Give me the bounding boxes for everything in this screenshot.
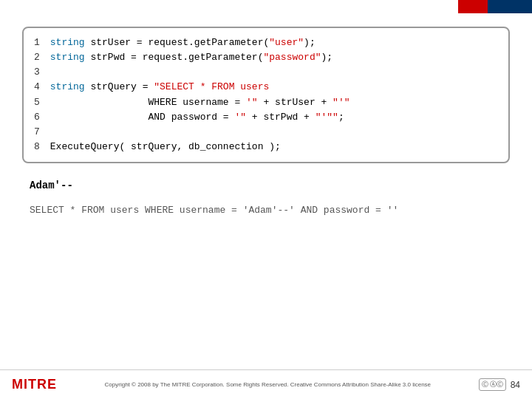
line-num-1: 1 <box>34 35 40 50</box>
str-select: "SELECT * FROM users <box>154 81 269 92</box>
str-semicolon: " <box>332 112 338 123</box>
line-num-8: 8 <box>34 140 40 154</box>
code-box: 1 2 3 4 5 6 7 8 string strUser = request… <box>22 27 510 163</box>
line-num-7: 7 <box>34 125 40 140</box>
page-number: 84 <box>511 380 520 390</box>
code-line-6: AND password = '" + strPwd + "'""; <box>50 112 344 123</box>
main-content: 1 2 3 4 5 6 7 8 string strUser = request… <box>0 13 532 369</box>
kw-string-3: string <box>50 81 85 92</box>
line-num-3: 3 <box>34 65 40 80</box>
line-num-2: 2 <box>34 50 40 65</box>
kw-string-1: string <box>50 37 85 48</box>
top-accent-bar <box>458 0 532 13</box>
str-and-2: "'" <box>316 112 332 123</box>
mitre-logo: MITRE <box>12 377 57 392</box>
str-user: "user" <box>269 37 304 48</box>
code-line-8: ExecuteQuery( strQuery, db_connection ); <box>50 141 281 152</box>
red-accent <box>458 0 488 13</box>
line-num-5: 5 <box>34 95 40 110</box>
footer-right: Ⓒ ⒶⒸ 84 <box>479 378 520 391</box>
code-content: string strUser = request.getParameter("u… <box>50 35 350 154</box>
cc-badge: Ⓒ ⒶⒸ <box>479 378 506 391</box>
code-table: 1 2 3 4 5 6 7 8 string strUser = request… <box>34 35 498 154</box>
code-line-5: WHERE username = '" + strUser + "'" <box>50 97 350 108</box>
line-numbers: 1 2 3 4 5 6 7 8 <box>34 35 50 154</box>
footer: MITRE Copyright © 2008 by The MITRE Corp… <box>0 369 532 399</box>
cc-text: ⒶⒸ <box>490 380 503 389</box>
str-where-1: '" <box>246 97 258 108</box>
kw-string-2: string <box>50 52 85 63</box>
str-password: "password" <box>263 52 321 63</box>
input-label: Adam'-- <box>30 180 510 191</box>
str-where-2: "'" <box>332 97 349 108</box>
str-and-1: '" <box>234 112 246 123</box>
sql-result: SELECT * FROM users WHERE username = 'Ad… <box>30 205 510 216</box>
footer-copyright: Copyright © 2008 by The MITRE Corporatio… <box>64 381 471 388</box>
navy-accent <box>488 0 532 13</box>
line-num-4: 4 <box>34 80 40 95</box>
cc-icon: Ⓒ <box>482 380 488 389</box>
line-num-6: 6 <box>34 110 40 125</box>
